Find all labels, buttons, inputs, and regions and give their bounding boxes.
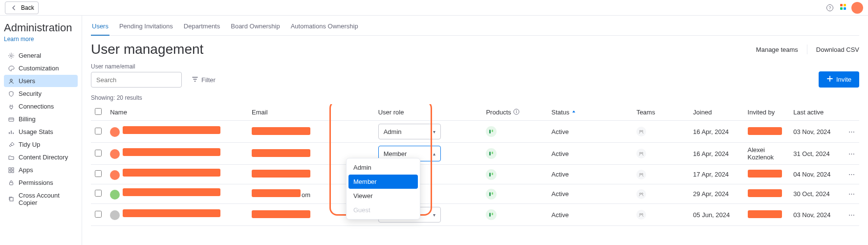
sidebar-item-apps[interactable]: Apps [4, 164, 78, 176]
teams-icon[interactable] [636, 189, 646, 199]
sidebar-item-label: Permissions [19, 179, 53, 186]
svg-rect-19 [492, 130, 493, 132]
sidebar-item-permissions[interactable]: Permissions [4, 177, 78, 189]
col-user-role[interactable]: User role [374, 104, 482, 121]
page-title: User management [91, 42, 203, 57]
sidebar-item-users[interactable]: Users [4, 75, 78, 87]
arrow-left-icon [9, 3, 19, 13]
sidebar-item-security[interactable]: Security [4, 88, 78, 100]
help-icon[interactable]: ? [825, 3, 835, 13]
svg-rect-2 [840, 4, 843, 6]
sort-asc-icon[interactable] [571, 109, 576, 116]
sidebar-item-customization[interactable]: Customization [4, 62, 78, 74]
sidebar-item-connections[interactable]: Connections [4, 100, 78, 112]
col-email[interactable]: Email [248, 104, 374, 121]
teams-icon[interactable] [636, 210, 646, 220]
svg-point-20 [640, 131, 641, 132]
row-checkbox[interactable] [95, 211, 102, 218]
row-checkbox[interactable] [95, 150, 102, 156]
col-invited-by[interactable]: Invited by [744, 104, 790, 121]
role-option-viewer[interactable]: Viewer [348, 189, 418, 203]
teams-icon[interactable] [636, 170, 646, 179]
row-menu-button[interactable]: ⋯ [848, 190, 855, 198]
sidebar-item-billing[interactable]: Billing [4, 113, 78, 125]
sidebar-item-label: Security [19, 90, 42, 97]
back-button[interactable]: Back [5, 1, 39, 14]
tab-users[interactable]: Users [91, 18, 109, 36]
role-option-admin[interactable]: Admin [348, 160, 418, 175]
row-checkbox[interactable] [95, 128, 102, 134]
redacted-name [123, 126, 220, 134]
user-avatar[interactable] [851, 2, 863, 14]
invite-button[interactable]: Invite [819, 71, 859, 88]
learn-more-link[interactable]: Learn more [4, 36, 34, 43]
product-badge[interactable] [486, 148, 497, 159]
joined-date: 17 Apr, 2024 [693, 171, 729, 178]
svg-rect-31 [492, 192, 493, 195]
joined-date: 05 Jun, 2024 [693, 211, 730, 219]
sidebar-item-tidy-up[interactable]: Tidy Up [4, 138, 78, 151]
svg-point-29 [642, 173, 643, 175]
row-checkbox[interactable] [95, 170, 102, 177]
status-value: Active [551, 128, 568, 135]
role-option-member[interactable]: Member [348, 175, 418, 189]
row-menu-button[interactable]: ⋯ [848, 171, 855, 178]
info-icon[interactable] [513, 109, 520, 116]
product-badge[interactable] [486, 189, 497, 200]
avatar [110, 210, 120, 220]
svg-rect-3 [844, 4, 846, 6]
sidebar-item-usage-stats[interactable]: Usage Stats [4, 126, 78, 138]
product-badge[interactable] [486, 209, 497, 220]
sidebar-item-content-directory[interactable]: Content Directory [4, 151, 78, 163]
svg-point-37 [642, 214, 643, 215]
redacted-invited-by [748, 189, 782, 197]
col-last-active[interactable]: Last active [789, 104, 844, 121]
status-value: Active [551, 171, 568, 178]
notifications-icon[interactable] [839, 2, 847, 13]
redacted-email [252, 189, 301, 197]
svg-rect-18 [489, 130, 491, 134]
row-menu-button[interactable]: ⋯ [848, 211, 855, 219]
redacted-name [123, 188, 220, 196]
col-name[interactable]: Name [106, 104, 248, 121]
joined-date: 16 Apr, 2024 [693, 128, 729, 135]
row-menu-button[interactable]: ⋯ [848, 150, 855, 157]
sidebar-title: Administration [4, 22, 78, 34]
redacted-name [123, 148, 220, 156]
role-select[interactable]: Admin▾ [378, 124, 441, 139]
filter-button[interactable]: Filter [188, 72, 219, 88]
gear-icon [8, 52, 15, 59]
svg-point-25 [642, 153, 643, 154]
svg-rect-8 [9, 118, 14, 121]
col-joined[interactable]: Joined [689, 104, 743, 121]
select-all-checkbox[interactable] [95, 108, 102, 115]
row-menu-button[interactable]: ⋯ [848, 128, 855, 135]
tab-automations-ownership[interactable]: Automations Ownership [290, 18, 359, 35]
table-row: omActive29 Apr, 202430 Oct, 2024⋯ [91, 184, 859, 204]
col-products[interactable]: Products [482, 104, 547, 121]
row-checkbox[interactable] [95, 190, 102, 197]
grid-icon [8, 167, 15, 174]
teams-icon[interactable] [636, 149, 646, 158]
last-active-date: 30 Oct, 2024 [793, 190, 829, 198]
svg-rect-5 [844, 7, 846, 10]
download-csv-button[interactable]: Download CSV [816, 46, 859, 53]
tab-pending-invitations[interactable]: Pending Invitations [118, 18, 174, 35]
col-teams[interactable]: Teams [632, 104, 689, 121]
teams-icon[interactable] [636, 127, 646, 136]
role-option-guest: Guest [348, 203, 418, 217]
tab-departments[interactable]: Departments [183, 18, 221, 35]
sidebar-item-cross-account-copier[interactable]: Cross Account Copier [4, 189, 78, 209]
svg-rect-11 [9, 171, 11, 173]
redacted-name [123, 209, 220, 217]
tab-board-ownership[interactable]: Board Ownership [230, 18, 281, 35]
product-badge[interactable] [486, 169, 497, 180]
product-badge[interactable] [486, 126, 497, 137]
col-status[interactable]: Status [547, 104, 632, 121]
table-row: Admin▾Active16 Apr, 202403 Nov, 2024⋯ [91, 121, 859, 143]
card-icon [8, 116, 15, 123]
search-input[interactable] [91, 72, 182, 88]
manage-teams-button[interactable]: Manage teams [756, 46, 798, 53]
sidebar-item-general[interactable]: General [4, 49, 78, 62]
svg-point-24 [640, 153, 641, 154]
